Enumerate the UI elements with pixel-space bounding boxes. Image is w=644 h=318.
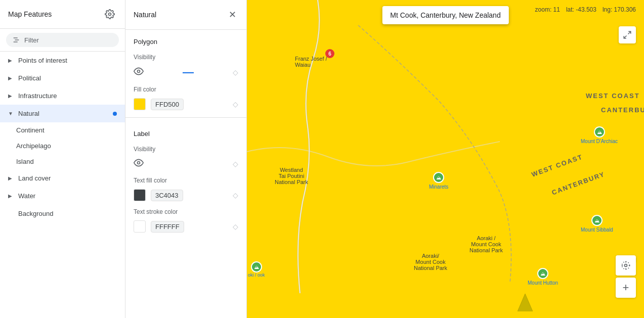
poi-label: Aoraki/Mount CookNational Park [414,253,447,271]
sidebar-item-label: Background [18,210,53,217]
svg-point-9 [622,262,630,269]
sidebar-item-background[interactable]: ▶ Background [0,205,125,222]
fullscreen-button[interactable] [619,26,636,43]
diamond-icon[interactable]: ◇ [233,222,238,231]
svg-line-7 [624,36,626,38]
poi-label: Minarets [429,184,448,190]
filter-box[interactable]: Filter [0,29,125,52]
middle-panel-title: Natural [134,11,156,19]
visibility-label: Visibility [125,50,246,63]
svg-point-8 [625,264,627,267]
gear-icon [105,9,115,19]
sidebar-item-label: Political [18,74,41,82]
sidebar-item-infrastructure[interactable]: ▶ Infrastructure [0,87,125,105]
sidebar-subitem-label: Archipelago [16,142,51,150]
map-poi-minarets: ⛰ Minarets [429,172,448,190]
chevron-right-icon: ▶ [8,58,14,63]
sidebar-item-political[interactable]: ▶ Political [0,69,125,87]
minus-icon[interactable]: — [183,66,194,79]
label-section-label: Label [125,122,246,142]
settings-button[interactable] [103,7,117,21]
panel-header: Map Features [0,0,125,29]
franz-josef-badge: 6 [325,49,334,58]
eye-svg [134,66,144,76]
polygon-visibility-row: — ◇ [125,63,246,82]
diamond-icon[interactable]: ◇ [233,191,238,199]
sidebar-item-label: Natural [18,110,39,117]
poi-marker: ⛰ [433,172,444,183]
eye-icon[interactable] [134,66,144,78]
sidebar-subitem-label: Island [16,158,34,165]
map-topbar: zoom: 11 lat: -43.503 lng: 170.306 [527,0,644,19]
location-button[interactable] [616,255,636,276]
poi-label: Mount Hutton [528,280,558,286]
diamond-icon[interactable]: ◇ [233,68,238,76]
text-fill-color-row: 3C4043 ◇ [125,186,246,204]
text-fill-color-label: Text fill color [125,173,246,186]
poi-marker-edge: ⛰ [251,261,262,272]
map-poi-westland: WestlandTai PoutiniNational Park [275,167,308,185]
sidebar-item-label: Points of interest [18,57,67,64]
search-box: Mt Cook, Canterbury, New Zealand [382,6,508,24]
poi-marker: ⛰ [594,126,605,138]
lat-label: lat: -43.503 [566,6,596,13]
label-visibility-label: Visibility [125,142,246,155]
middle-panel: Natural ✕ Polygon Visibility — ◇ Fill co… [125,0,247,318]
map-controls: + [616,255,636,298]
location-icon [621,260,631,270]
filter-input[interactable]: Filter [6,33,119,47]
map-poi-mount-darchiac: ⛰ Mount D'Archiac [581,126,618,144]
left-panel: Map Features Filter ▶ Points of interest… [0,0,125,318]
text-stroke-color-value[interactable]: FFFFFF [151,221,184,233]
poi-label: Mount D'Archiac [581,139,618,144]
map-poi-aoraki-1: Aoraki /Mount CookNational Park [469,235,503,253]
fill-color-swatch[interactable] [134,98,146,110]
svg-line-6 [628,31,631,34]
poi-marker: ⛰ [591,215,603,226]
sidebar-item-land-cover[interactable]: ▶ Land cover [0,169,125,187]
text-stroke-color-swatch[interactable] [134,220,146,233]
map-poi-mount-sibbald: ⛰ Mount Sibbald [581,215,613,233]
poi-label: Mount Sibbald [581,227,613,233]
zoom-label: zoom: 11 [535,6,560,13]
fill-color-row: FFD500 ◇ [125,95,246,113]
svg-point-0 [109,13,111,16]
map-poi-mount-hutton: ⛰ Mount Hutton [528,268,558,286]
map-label-west-coast-2: WEST COAST [531,153,584,178]
label-visibility-row: ◇ [125,155,246,173]
zoom-in-button[interactable]: + [616,278,636,298]
map-area[interactable]: zoom: 11 lat: -43.503 lng: 170.306 Mt Co… [247,0,644,318]
svg-point-4 [138,70,140,73]
text-stroke-color-row: FFFFFF ◇ [125,217,246,236]
text-stroke-color-label: Text stroke color [125,204,246,217]
sidebar-item-water[interactable]: ▶ Water [0,187,125,205]
text-fill-color-swatch[interactable] [134,189,146,201]
natural-subitems: Continent Archipelago Island [0,122,125,169]
text-fill-color-value[interactable]: 3C4043 [151,190,183,201]
diamond-icon[interactable]: ◇ [233,160,238,168]
sidebar-item-points-of-interest[interactable]: ▶ Points of interest [0,52,125,69]
map-roads-svg [247,0,644,318]
fullscreen-icon [623,30,632,39]
map-label-canterbury-1: CANTERBURY [601,106,644,114]
map-poi-aoraki-edge: ⛰ oki / ook [248,261,265,278]
map-label-west-coast-1: WEST COAST [586,92,640,100]
sidebar-item-archipelago[interactable]: Archipelago [16,138,125,154]
lng-label: lng: 170.306 [603,6,636,13]
active-dot [113,112,117,116]
sidebar-item-natural[interactable]: ▼ Natural [0,105,125,122]
map-label-canterbury-2: CANTERBURY [551,170,606,197]
diamond-icon[interactable]: ◇ [233,100,238,108]
map-poi-aoraki-2: Aoraki/Mount CookNational Park [414,253,447,271]
eye-icon[interactable] [134,158,144,170]
middle-header: Natural ✕ [125,0,246,30]
sidebar-item-label: Water [18,192,35,200]
svg-point-5 [138,162,140,164]
sidebar-item-island[interactable]: Island [16,154,125,169]
chevron-right-icon: ▶ [8,75,14,81]
fill-color-value[interactable]: FFD500 [151,99,184,110]
sidebar-item-continent[interactable]: Continent [16,122,125,138]
close-button[interactable]: ✕ [227,7,238,22]
map-bottom-decoration [518,291,533,313]
poi-label: Aoraki /Mount CookNational Park [469,235,503,253]
